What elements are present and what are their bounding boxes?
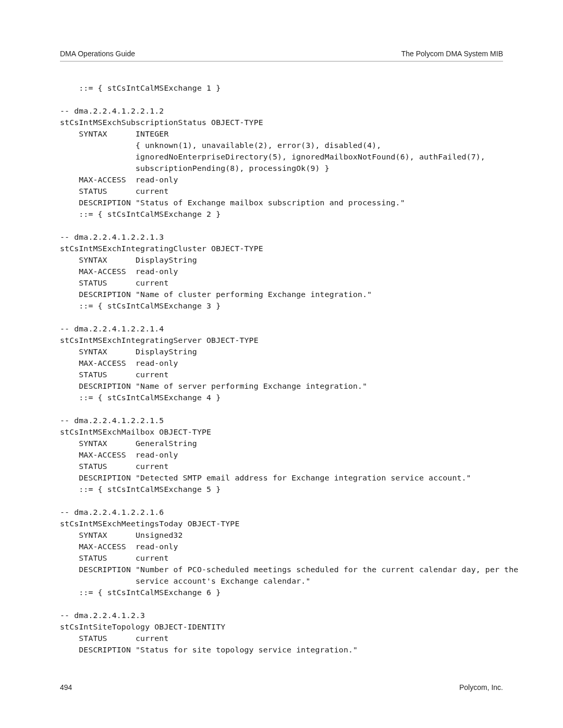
code-line: stCsIntMSExchSubscriptionStatus OBJECT-T… xyxy=(60,118,263,127)
code-line: STATUS current xyxy=(60,553,169,563)
page-footer: 494 Polycom, Inc. xyxy=(60,683,503,692)
code-line: ::= { stCsIntCalMSExchange 3 } xyxy=(60,301,221,311)
code-line: stCsIntMSExchMailbox OBJECT-TYPE xyxy=(60,427,211,437)
code-line: STATUS current xyxy=(60,462,169,471)
code-line: -- dma.2.2.4.1.2.2.1.5 xyxy=(60,416,164,425)
mib-code-block: ::= { stCsIntCalMSExchange 1 } -- dma.2.… xyxy=(60,82,503,656)
code-line: { unknown(1), unavailable(2), error(3), … xyxy=(60,141,381,150)
code-line: STATUS current xyxy=(60,634,169,643)
code-line: SYNTAX DisplayString xyxy=(60,255,197,265)
code-line: MAX-ACCESS read-only xyxy=(60,267,178,276)
code-line: -- dma.2.2.4.1.2.2.1.2 xyxy=(60,106,164,116)
code-line: MAX-ACCESS read-only xyxy=(60,542,178,551)
code-line: DESCRIPTION "Status of Exchange mailbox … xyxy=(60,198,405,207)
code-line: ::= { stCsIntCalMSExchange 2 } xyxy=(60,209,221,219)
code-line: ::= { stCsIntCalMSExchange 1 } xyxy=(60,83,221,93)
code-line: ::= { stCsIntCalMSExchange 4 } xyxy=(60,393,221,402)
code-line: MAX-ACCESS read-only xyxy=(60,450,178,460)
code-line: MAX-ACCESS read-only xyxy=(60,359,178,368)
code-line: subscriptionPending(8), processingOk(9) … xyxy=(60,164,329,173)
code-line: DESCRIPTION "Status for site topology se… xyxy=(60,645,358,655)
code-line: SYNTAX DisplayString xyxy=(60,347,197,356)
code-line: SYNTAX Unsigned32 xyxy=(60,530,183,540)
code-line: DESCRIPTION "Name of server performing E… xyxy=(60,381,367,391)
code-line: stCsIntMSExchIntegratingCluster OBJECT-T… xyxy=(60,244,263,253)
code-line: MAX-ACCESS read-only xyxy=(60,175,178,184)
code-line: SYNTAX INTEGER xyxy=(60,129,169,139)
code-line: ::= { stCsIntCalMSExchange 5 } xyxy=(60,485,221,494)
code-line: DESCRIPTION "Number of PCO-scheduled mee… xyxy=(60,565,518,574)
code-line: stCsIntMSExchMeetingsToday OBJECT-TYPE xyxy=(60,519,239,528)
code-line: -- dma.2.2.4.1.2.2.1.3 xyxy=(60,232,164,242)
running-header: DMA Operations Guide The Polycom DMA Sys… xyxy=(60,50,503,61)
page-container: DMA Operations Guide The Polycom DMA Sys… xyxy=(0,0,563,728)
header-right: The Polycom DMA System MIB xyxy=(401,50,503,58)
code-line: service account's Exchange calendar." xyxy=(60,576,310,586)
code-line: -- dma.2.2.4.1.2.3 xyxy=(60,611,145,620)
code-line: -- dma.2.2.4.1.2.2.1.6 xyxy=(60,508,164,517)
code-line: STATUS current xyxy=(60,187,169,196)
code-line: DESCRIPTION "Detected SMTP email address… xyxy=(60,473,471,483)
footer-company: Polycom, Inc. xyxy=(459,683,503,692)
code-line: STATUS current xyxy=(60,278,169,288)
code-line: stCsIntSiteTopology OBJECT-IDENTITY xyxy=(60,622,225,632)
code-line: stCsIntMSExchIntegratingServer OBJECT-TY… xyxy=(60,336,259,345)
code-line: ::= { stCsIntCalMSExchange 6 } xyxy=(60,588,221,597)
page-number: 494 xyxy=(60,683,72,692)
code-line: STATUS current xyxy=(60,370,169,379)
code-line: -- dma.2.2.4.1.2.2.1.4 xyxy=(60,324,164,334)
header-left: DMA Operations Guide xyxy=(60,50,135,58)
code-line: SYNTAX GeneralString xyxy=(60,439,197,448)
code-line: DESCRIPTION "Name of cluster performing … xyxy=(60,290,372,299)
code-line: ignoredNoEnterpriseDirectory(5), ignored… xyxy=(60,152,485,162)
